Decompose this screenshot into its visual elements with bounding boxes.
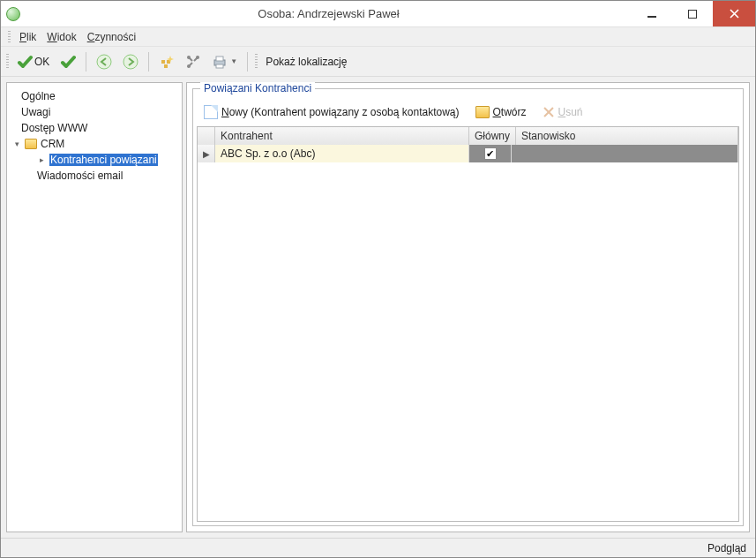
group-title: Powiązani Kontrahenci — [200, 82, 315, 94]
cell-contractor[interactable]: ABC Sp. z o.o (Abc) — [215, 145, 469, 162]
statusbar: Podgląd — [1, 538, 755, 557]
checkbox-checked-icon[interactable]: ✔ — [484, 147, 497, 160]
tree-item-emails[interactable]: Wiadomości email — [9, 168, 180, 184]
toolbar-separator — [247, 52, 248, 72]
toolbar: OK — [1, 47, 755, 77]
status-preview-label[interactable]: Podgląd — [707, 542, 746, 554]
menu-actions[interactable]: Czynności — [82, 29, 141, 45]
tree-item-general[interactable]: Ogólne — [9, 88, 180, 104]
col-contractor-header[interactable]: Kontrahent — [215, 127, 469, 145]
col-position-header[interactable]: Stanowisko — [516, 127, 738, 145]
folder-open-icon — [475, 106, 490, 118]
check-green-icon — [60, 54, 76, 70]
svg-rect-6 — [164, 64, 168, 68]
col-main-header[interactable]: Główny — [469, 127, 516, 145]
folder-icon — [25, 139, 37, 149]
titlebar: Osoba: Andrzejewski Paweł — [1, 1, 755, 27]
check-green-icon — [17, 54, 33, 70]
main-panel: Powiązani Kontrahenci Nowy (Kontrahent p… — [186, 82, 750, 532]
app-icon — [6, 7, 20, 21]
svg-point-9 — [187, 56, 191, 59]
svg-point-8 — [196, 56, 199, 59]
menu-file[interactable]: Plik — [14, 29, 41, 45]
minimize-button[interactable] — [632, 1, 672, 26]
cell-position[interactable] — [512, 145, 738, 162]
toolbar-separator — [148, 52, 149, 72]
window: Osoba: Andrzejewski Paweł Plik Widok Czy… — [0, 0, 756, 558]
table-row[interactable]: ▶ ABC Sp. z o.o (Abc) ✔ — [198, 145, 738, 162]
delete-button[interactable]: Usuń — [537, 104, 588, 120]
tree-item-www[interactable]: Dostęp WWW — [9, 120, 180, 136]
tree-item-notes[interactable]: Uwagi — [9, 104, 180, 120]
arrow-left-icon — [96, 54, 112, 70]
contractors-grid: Kontrahent Główny Stanowisko ▶ ABC Sp. z… — [197, 126, 739, 522]
sparkle-grid-icon — [159, 54, 175, 70]
row-indicator-icon: ▶ — [198, 145, 215, 162]
menu-view[interactable]: Widok — [41, 29, 81, 45]
svg-rect-4 — [161, 60, 165, 64]
toolbar-print-button[interactable]: ▼ — [207, 50, 242, 73]
nav-back-button[interactable] — [92, 50, 116, 73]
chevron-down-icon: ▼ — [230, 57, 237, 65]
toolbar-separator — [86, 52, 86, 72]
delete-icon — [543, 106, 555, 118]
panel-toolbar: Nowy (Kontrahent powiązany z osobą konta… — [197, 102, 739, 123]
collapse-icon[interactable]: ▾ — [12, 140, 22, 149]
apply-button[interactable] — [56, 50, 80, 73]
new-button[interactable]: Nowy (Kontrahent powiązany z osobą konta… — [198, 103, 465, 121]
maximize-button[interactable] — [672, 1, 713, 26]
show-location-button[interactable]: Pokaż lokalizację — [261, 50, 351, 73]
window-title: Osoba: Andrzejewski Paweł — [26, 7, 632, 20]
printer-icon — [212, 54, 228, 70]
grid-body[interactable]: ▶ ABC Sp. z o.o (Abc) ✔ — [198, 145, 738, 521]
svg-point-2 — [97, 55, 111, 69]
grid-header: Kontrahent Główny Stanowisko — [198, 127, 738, 145]
linked-contractors-group: Powiązani Kontrahenci Nowy (Kontrahent p… — [192, 88, 744, 526]
ok-button[interactable]: OK — [12, 50, 54, 73]
menubar: Plik Widok Czynności — [1, 27, 755, 47]
grid-rowhead-header — [198, 127, 215, 145]
arrow-right-icon — [123, 54, 138, 70]
menubar-grip — [8, 31, 11, 43]
svg-rect-0 — [647, 16, 656, 18]
cell-main[interactable]: ✔ — [469, 145, 512, 162]
tree-item-crm[interactable]: ▾CRM — [9, 136, 180, 152]
svg-point-3 — [124, 55, 138, 69]
expand-icon[interactable]: ▸ — [37, 155, 47, 165]
nav-forward-button[interactable] — [118, 50, 143, 73]
toolbar-grip — [255, 54, 258, 70]
toolbar-new-button[interactable] — [154, 50, 179, 73]
open-button[interactable]: Otwórz — [470, 104, 532, 120]
toolbar-tools-button[interactable] — [181, 50, 206, 73]
nav-tree: Ogólne Uwagi Dostęp WWW ▾CRM ▸Kontrahenc… — [9, 88, 180, 184]
document-icon — [204, 105, 218, 119]
close-button[interactable] — [713, 1, 755, 26]
nav-panel: Ogólne Uwagi Dostęp WWW ▾CRM ▸Kontrahenc… — [6, 82, 183, 532]
svg-rect-12 — [216, 64, 223, 68]
svg-rect-1 — [688, 10, 697, 19]
svg-rect-11 — [216, 57, 223, 61]
tools-icon — [185, 54, 201, 70]
toolbar-grip — [6, 54, 9, 70]
tree-item-linked-contractors[interactable]: ▸Kontrahenci powiązani — [9, 152, 180, 168]
svg-point-7 — [187, 64, 191, 68]
